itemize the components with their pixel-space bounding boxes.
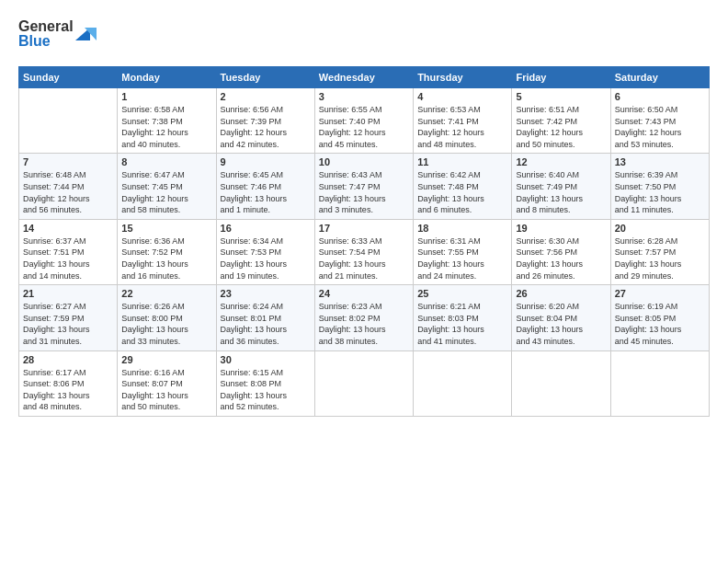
table-row: 2Sunrise: 6:56 AM Sunset: 7:39 PM Daylig…	[216, 88, 314, 154]
day-number: 3	[319, 91, 409, 102]
calendar-week-row: 7Sunrise: 6:48 AM Sunset: 7:44 PM Daylig…	[19, 154, 710, 219]
day-number: 2	[221, 91, 311, 102]
table-row: 20Sunrise: 6:28 AM Sunset: 7:57 PM Dayli…	[610, 219, 709, 284]
day-info: Sunrise: 6:23 AM Sunset: 8:02 PM Dayligh…	[319, 301, 409, 347]
day-number: 5	[516, 91, 606, 102]
day-number: 7	[23, 156, 113, 167]
day-number: 14	[23, 223, 113, 234]
table-row: 28Sunrise: 6:17 AM Sunset: 8:06 PM Dayli…	[19, 350, 118, 416]
table-row: 16Sunrise: 6:34 AM Sunset: 7:53 PM Dayli…	[216, 219, 314, 284]
table-row: 22Sunrise: 6:26 AM Sunset: 8:00 PM Dayli…	[118, 285, 216, 350]
day-info: Sunrise: 6:50 AM Sunset: 7:43 PM Dayligh…	[615, 104, 705, 150]
header: General Blue	[18, 15, 710, 57]
day-number: 19	[516, 223, 606, 234]
day-number: 30	[221, 354, 311, 365]
calendar-week-row: 14Sunrise: 6:37 AM Sunset: 7:51 PM Dayli…	[19, 219, 710, 284]
day-number: 21	[23, 288, 113, 299]
day-number: 27	[615, 288, 705, 299]
day-number: 24	[319, 288, 409, 299]
day-number: 22	[121, 288, 211, 299]
table-row: 9Sunrise: 6:45 AM Sunset: 7:46 PM Daylig…	[216, 154, 314, 219]
col-monday: Monday	[118, 67, 216, 88]
table-row: 18Sunrise: 6:31 AM Sunset: 7:55 PM Dayli…	[414, 219, 512, 284]
day-number: 20	[615, 223, 705, 234]
svg-text:General: General	[18, 18, 74, 34]
col-sunday: Sunday	[19, 67, 118, 88]
table-row: 29Sunrise: 6:16 AM Sunset: 8:07 PM Dayli…	[118, 350, 216, 416]
day-number: 11	[417, 156, 507, 167]
table-row: 1Sunrise: 6:58 AM Sunset: 7:38 PM Daylig…	[118, 88, 216, 154]
day-number: 1	[121, 91, 211, 102]
day-number: 16	[221, 223, 311, 234]
col-saturday: Saturday	[610, 67, 709, 88]
table-row: 4Sunrise: 6:53 AM Sunset: 7:41 PM Daylig…	[414, 88, 512, 154]
day-info: Sunrise: 6:47 AM Sunset: 7:45 PM Dayligh…	[121, 169, 211, 215]
col-wednesday: Wednesday	[314, 67, 413, 88]
day-info: Sunrise: 6:39 AM Sunset: 7:50 PM Dayligh…	[615, 169, 705, 215]
day-number: 12	[516, 156, 606, 167]
table-row: 30Sunrise: 6:15 AM Sunset: 8:08 PM Dayli…	[216, 350, 314, 416]
day-number: 6	[615, 91, 705, 102]
table-row: 7Sunrise: 6:48 AM Sunset: 7:44 PM Daylig…	[19, 154, 118, 219]
day-info: Sunrise: 6:56 AM Sunset: 7:39 PM Dayligh…	[221, 104, 311, 150]
day-number: 25	[417, 288, 507, 299]
day-info: Sunrise: 6:40 AM Sunset: 7:49 PM Dayligh…	[516, 169, 606, 215]
table-row: 19Sunrise: 6:30 AM Sunset: 7:56 PM Dayli…	[512, 219, 610, 284]
day-info: Sunrise: 6:53 AM Sunset: 7:41 PM Dayligh…	[417, 104, 507, 150]
calendar-header-row: Sunday Monday Tuesday Wednesday Thursday…	[19, 67, 710, 88]
day-info: Sunrise: 6:17 AM Sunset: 8:06 PM Dayligh…	[23, 367, 113, 413]
day-number: 13	[615, 156, 705, 167]
day-info: Sunrise: 6:42 AM Sunset: 7:48 PM Dayligh…	[417, 169, 507, 215]
col-thursday: Thursday	[414, 67, 512, 88]
table-row: 11Sunrise: 6:42 AM Sunset: 7:48 PM Dayli…	[414, 154, 512, 219]
day-info: Sunrise: 6:21 AM Sunset: 8:03 PM Dayligh…	[417, 301, 507, 347]
calendar-week-row: 1Sunrise: 6:58 AM Sunset: 7:38 PM Daylig…	[19, 88, 710, 154]
table-row: 5Sunrise: 6:51 AM Sunset: 7:42 PM Daylig…	[512, 88, 610, 154]
day-number: 10	[319, 156, 409, 167]
table-row: 14Sunrise: 6:37 AM Sunset: 7:51 PM Dayli…	[19, 219, 118, 284]
col-tuesday: Tuesday	[216, 67, 314, 88]
day-info: Sunrise: 6:48 AM Sunset: 7:44 PM Dayligh…	[23, 169, 113, 215]
logo: General Blue	[18, 15, 101, 57]
day-info: Sunrise: 6:28 AM Sunset: 7:57 PM Dayligh…	[615, 236, 705, 282]
page: General Blue Sunday Monday Tuesday Wedne…	[0, 0, 728, 563]
day-number: 26	[516, 288, 606, 299]
day-info: Sunrise: 6:37 AM Sunset: 7:51 PM Dayligh…	[23, 236, 113, 282]
day-info: Sunrise: 6:26 AM Sunset: 8:00 PM Dayligh…	[121, 301, 211, 347]
day-number: 4	[417, 91, 507, 102]
day-info: Sunrise: 6:24 AM Sunset: 8:01 PM Dayligh…	[221, 301, 311, 347]
day-info: Sunrise: 6:34 AM Sunset: 7:53 PM Dayligh…	[221, 236, 311, 282]
table-row: 10Sunrise: 6:43 AM Sunset: 7:47 PM Dayli…	[314, 154, 413, 219]
day-info: Sunrise: 6:27 AM Sunset: 7:59 PM Dayligh…	[23, 301, 113, 347]
day-number: 18	[417, 223, 507, 234]
col-friday: Friday	[512, 67, 610, 88]
calendar-table: Sunday Monday Tuesday Wednesday Thursday…	[18, 66, 710, 417]
table-row	[512, 350, 610, 416]
calendar-week-row: 28Sunrise: 6:17 AM Sunset: 8:06 PM Dayli…	[19, 350, 710, 416]
table-row	[414, 350, 512, 416]
svg-text:Blue: Blue	[18, 33, 51, 49]
table-row: 6Sunrise: 6:50 AM Sunset: 7:43 PM Daylig…	[610, 88, 709, 154]
day-info: Sunrise: 6:43 AM Sunset: 7:47 PM Dayligh…	[319, 169, 409, 215]
day-info: Sunrise: 6:30 AM Sunset: 7:56 PM Dayligh…	[516, 236, 606, 282]
day-info: Sunrise: 6:16 AM Sunset: 8:07 PM Dayligh…	[121, 367, 211, 413]
table-row: 15Sunrise: 6:36 AM Sunset: 7:52 PM Dayli…	[118, 219, 216, 284]
day-info: Sunrise: 6:45 AM Sunset: 7:46 PM Dayligh…	[221, 169, 311, 215]
table-row: 12Sunrise: 6:40 AM Sunset: 7:49 PM Dayli…	[512, 154, 610, 219]
day-number: 15	[121, 223, 211, 234]
table-row: 17Sunrise: 6:33 AM Sunset: 7:54 PM Dayli…	[314, 219, 413, 284]
day-info: Sunrise: 6:51 AM Sunset: 7:42 PM Dayligh…	[516, 104, 606, 150]
table-row: 26Sunrise: 6:20 AM Sunset: 8:04 PM Dayli…	[512, 285, 610, 350]
day-info: Sunrise: 6:36 AM Sunset: 7:52 PM Dayligh…	[121, 236, 211, 282]
day-info: Sunrise: 6:15 AM Sunset: 8:08 PM Dayligh…	[221, 367, 311, 413]
day-info: Sunrise: 6:20 AM Sunset: 8:04 PM Dayligh…	[516, 301, 606, 347]
logo-text: General Blue	[18, 15, 101, 57]
table-row: 3Sunrise: 6:55 AM Sunset: 7:40 PM Daylig…	[314, 88, 413, 154]
table-row: 21Sunrise: 6:27 AM Sunset: 7:59 PM Dayli…	[19, 285, 118, 350]
day-info: Sunrise: 6:33 AM Sunset: 7:54 PM Dayligh…	[319, 236, 409, 282]
day-info: Sunrise: 6:31 AM Sunset: 7:55 PM Dayligh…	[417, 236, 507, 282]
table-row	[314, 350, 413, 416]
day-number: 9	[221, 156, 311, 167]
calendar-week-row: 21Sunrise: 6:27 AM Sunset: 7:59 PM Dayli…	[19, 285, 710, 350]
day-number: 28	[23, 354, 113, 365]
